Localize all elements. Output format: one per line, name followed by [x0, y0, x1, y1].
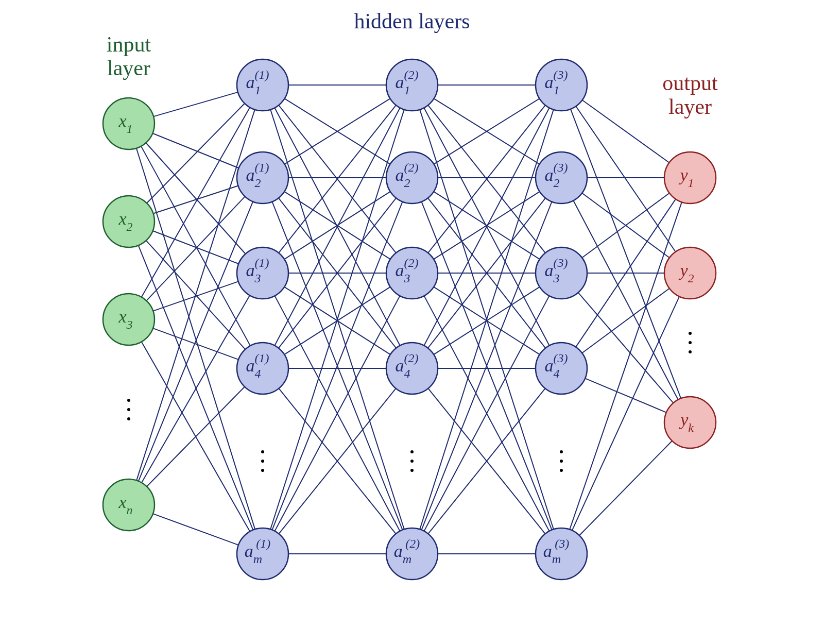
hidden-node-l1-4 [237, 343, 288, 394]
edge [153, 328, 238, 360]
edge [139, 245, 253, 530]
input-layer-label-line1: input [107, 32, 151, 56]
hidden-node-l2-1 [386, 59, 438, 111]
edge [576, 106, 675, 251]
edge [136, 110, 255, 481]
edge [585, 378, 666, 412]
edge [582, 289, 670, 353]
hidden-node-l1-1 [237, 59, 288, 111]
edge [146, 196, 245, 300]
output-layer-label-line2: layer [668, 95, 712, 118]
edge [153, 231, 239, 264]
hidden-ellipsis-1 [261, 450, 264, 453]
output-layer-label-line1: output [662, 71, 718, 95]
hidden-node-l3-3 [536, 247, 587, 299]
hidden-node-l3-2 [536, 152, 587, 204]
hidden-ellipsis-2 [410, 460, 414, 463]
input-ellipsis [127, 399, 130, 402]
edge [582, 100, 670, 163]
hidden-node-l1-2 [237, 152, 288, 204]
hidden-layers-label: hidden layers [354, 9, 470, 33]
edge [579, 441, 672, 536]
input-ellipsis [127, 408, 130, 411]
hidden-node-l2-2 [386, 152, 438, 204]
edge [578, 293, 674, 403]
hidden-ellipsis-1 [261, 460, 264, 463]
hidden-ellipsis-3 [560, 460, 563, 463]
edge [572, 296, 679, 530]
hidden-ellipsis-1 [261, 469, 264, 472]
edge [146, 143, 245, 254]
hidden-node-l3-1 [536, 59, 587, 111]
input-ellipsis [127, 417, 130, 420]
nodes: x1x2x3xna1(1)a2(1)a3(1)a4(1)am(1)a1(2)a2… [103, 59, 716, 580]
hidden-ellipsis-2 [410, 469, 414, 472]
edge [573, 200, 678, 400]
edge [153, 514, 238, 545]
hidden-ellipsis-3 [560, 469, 563, 472]
edge [152, 133, 238, 168]
neural-network-diagram: x1x2x3xna1(1)a2(1)a3(1)a4(1)am(1)a1(2)a2… [82, 0, 742, 618]
hidden-ellipsis-3 [560, 450, 563, 453]
edge [139, 201, 253, 481]
output-ellipsis [689, 332, 692, 335]
hidden-node-l1-3 [237, 247, 288, 299]
output-ellipsis [689, 350, 692, 353]
hidden-node-l2-3 [386, 247, 438, 299]
hidden-node-l2-4 [386, 343, 438, 394]
input-layer-label-line2: layer [107, 56, 150, 80]
hidden-node-l3-4 [536, 343, 587, 394]
edge [142, 295, 250, 482]
hidden-ellipsis-2 [410, 450, 414, 453]
edge [153, 186, 238, 214]
output-ellipsis [689, 341, 692, 344]
edge [153, 92, 238, 116]
